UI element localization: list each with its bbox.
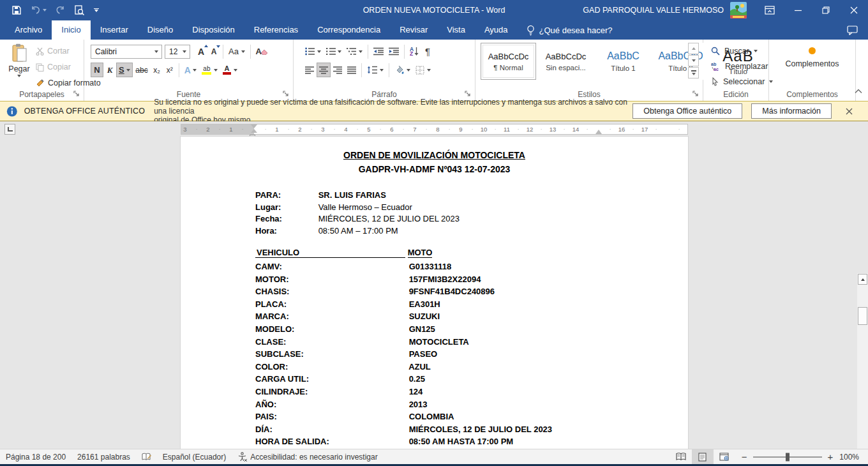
zoom-slider-handle[interactable] <box>786 453 789 461</box>
lightbulb-icon <box>527 25 535 36</box>
restore-button[interactable] <box>812 0 840 20</box>
styles-scroll-up-icon[interactable] <box>688 43 699 54</box>
more-info-button[interactable]: Más información <box>751 103 832 119</box>
numbering-button[interactable] <box>324 44 345 59</box>
clear-formatting-button[interactable]: A <box>253 44 271 59</box>
sort-button[interactable]: A Z <box>407 44 421 59</box>
paste-button[interactable]: Pegar <box>6 43 33 89</box>
tell-me-box[interactable]: ¿Qué desea hacer? <box>518 20 613 40</box>
ribbon-display-options-icon[interactable] <box>756 0 784 20</box>
superscript-button[interactable]: x² <box>163 63 176 77</box>
vertical-scrollbar[interactable] <box>857 273 868 466</box>
page-indicator[interactable]: Página 18 de 200 <box>0 449 71 464</box>
styles-more-icon[interactable] <box>688 67 699 79</box>
grow-font-button[interactable]: A <box>195 44 207 59</box>
print-preview-icon[interactable] <box>74 5 85 16</box>
account-name[interactable]: GAD PARROQUIAL VALLE HERMOSO <box>583 6 724 15</box>
zoom-out-icon[interactable]: − <box>742 454 747 460</box>
ribbon-tab[interactable]: Vista <box>437 20 475 40</box>
change-case-button[interactable]: Aa <box>226 44 248 59</box>
text-effects-button[interactable]: A <box>182 63 200 77</box>
ruler-mark: 1 <box>229 125 232 134</box>
multilevel-list-button[interactable] <box>344 44 365 59</box>
style-card[interactable]: AaBbCcD Título 2 <box>653 43 708 80</box>
ribbon-tab[interactable]: Referencias <box>244 20 308 40</box>
ribbon-tab[interactable]: Correspondencia <box>308 20 390 40</box>
replace-button[interactable]: abac Reemplazar <box>711 60 773 73</box>
language-indicator[interactable]: Español (Ecuador) <box>157 449 232 464</box>
increase-indent-button[interactable] <box>386 44 401 59</box>
highlight-color-button[interactable]: ab <box>199 63 220 77</box>
ribbon-tab[interactable]: Ayuda <box>475 20 518 40</box>
bullets-button[interactable] <box>303 44 324 59</box>
ribbon-tab[interactable]: Disposición <box>183 20 244 40</box>
bold-button[interactable]: N <box>91 63 103 77</box>
tab-stop-selector[interactable] <box>4 124 15 135</box>
ribbon-tab[interactable]: Revisar <box>390 20 437 40</box>
addins-button[interactable]: Complementos <box>769 47 855 68</box>
ribbon-tab[interactable]: Archivo <box>5 20 52 40</box>
chevron-down-icon <box>380 69 384 71</box>
customize-qat-icon[interactable] <box>94 8 99 13</box>
clipboard-dialog-launcher-icon[interactable] <box>73 91 81 98</box>
style-card[interactable]: AaBbC Título 1 <box>595 43 651 80</box>
ribbon-tab[interactable]: Inicio <box>52 20 90 40</box>
save-icon[interactable] <box>11 5 22 15</box>
word-count[interactable]: 26161 palabras <box>71 449 136 464</box>
style-card[interactable]: AaBbCcDc Sin espaci... <box>538 43 594 80</box>
styles-scroll-down-icon[interactable] <box>688 55 699 66</box>
read-mode-button[interactable] <box>670 449 692 464</box>
font-size-combo[interactable]: 12 <box>165 45 190 59</box>
vehicle-row: CLASE: MOTOCICLETA <box>255 337 552 350</box>
redo-icon[interactable] <box>56 6 65 15</box>
show-marks-button[interactable]: ¶ <box>421 44 434 59</box>
ribbon-tab[interactable]: Diseño <box>138 20 183 40</box>
italic-button[interactable]: K <box>103 63 116 77</box>
scrollbar-thumb[interactable] <box>858 307 867 325</box>
zoom-in-icon[interactable]: + <box>828 454 834 460</box>
copy-icon <box>36 63 44 71</box>
zoom-level[interactable]: 100% <box>839 453 868 462</box>
align-center-button[interactable] <box>317 63 331 77</box>
paste-dropdown-icon[interactable] <box>17 75 21 77</box>
align-right-button[interactable] <box>331 63 345 77</box>
ribbon-tab[interactable]: Insertar <box>91 20 138 40</box>
justify-button[interactable] <box>345 63 359 77</box>
line-spacing-button[interactable] <box>364 63 386 77</box>
undo-dropdown-icon[interactable] <box>43 9 47 11</box>
shrink-font-button[interactable]: A <box>207 44 220 59</box>
close-button[interactable] <box>840 0 868 20</box>
indent-markers[interactable] <box>251 124 257 133</box>
scroll-up-icon[interactable] <box>858 274 867 285</box>
zoom-slider[interactable] <box>753 456 822 458</box>
web-layout-button[interactable] <box>714 449 735 464</box>
proofing-status[interactable] <box>136 449 157 464</box>
undo-icon[interactable] <box>31 6 47 15</box>
document-page[interactable]: ORDEN DE MOVILIZACIÓN MOTOCICLETA GADPR-… <box>181 137 688 466</box>
underline-button[interactable]: S <box>116 63 133 77</box>
style-card[interactable]: AaBbCcDc ¶ Normal <box>481 43 536 80</box>
strikethrough-button[interactable]: abc <box>133 63 150 77</box>
borders-button[interactable] <box>413 63 433 77</box>
comments-icon[interactable] <box>847 26 858 35</box>
decrease-indent-button[interactable] <box>371 44 386 59</box>
font-color-button[interactable]: A <box>220 63 240 77</box>
shading-button[interactable] <box>392 63 414 77</box>
get-genuine-office-button[interactable]: Obtenga Office auténtico <box>632 103 742 119</box>
account-avatar[interactable] <box>730 2 747 19</box>
print-layout-button[interactable] <box>692 449 714 464</box>
collapse-ribbon-icon[interactable] <box>853 87 864 96</box>
find-button[interactable]: Buscar <box>711 45 773 57</box>
font-name-combo[interactable]: Calibri <box>91 45 162 59</box>
align-left-button[interactable] <box>303 63 317 77</box>
minimize-button[interactable] <box>784 0 812 20</box>
vehicle-row: CHASIS: 9FSNF41B4DC240896 <box>255 287 552 299</box>
clipboard-group-label: Portapapeles <box>0 90 84 99</box>
accessibility-status[interactable]: Accesibilidad: es necesario investigar <box>232 449 383 464</box>
right-indent-marker[interactable] <box>595 130 602 134</box>
styles-dialog-launcher-icon[interactable] <box>692 91 700 98</box>
window-title: ORDEN NUEVA MOTOCICLETA - Word <box>363 0 505 20</box>
close-warning-icon[interactable] <box>841 108 858 115</box>
subscript-button[interactable]: x₂ <box>151 63 163 77</box>
select-button[interactable]: Seleccionar <box>711 75 773 88</box>
